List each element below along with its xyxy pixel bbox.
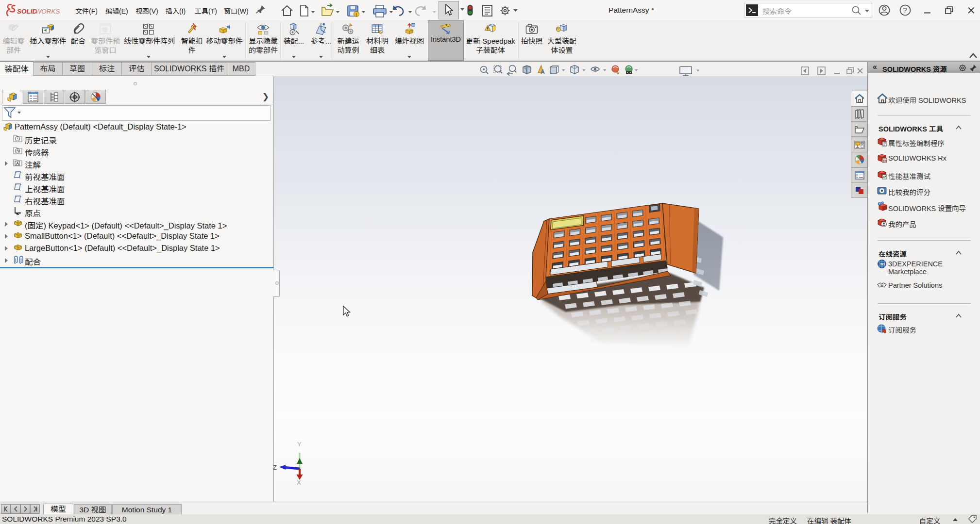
svg-text:Rx: Rx [883,159,888,163]
svg-text:A: A [16,161,19,166]
svg-text:!: ! [355,12,357,17]
svg-text:Y: Y [297,441,302,448]
svg-text:Z: Z [273,464,277,471]
svg-text:3D: 3D [880,262,885,266]
svg-text:WORKS: WORKS [35,8,60,15]
svg-text:X: X [297,479,301,485]
svg-text:?: ? [903,6,907,14]
svg-text:SOLID: SOLID [17,8,37,15]
svg-text:A: A [541,68,545,75]
